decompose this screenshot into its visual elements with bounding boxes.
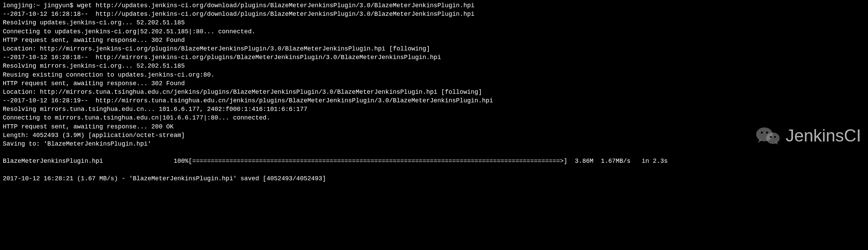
command-line: longjing:~ jingyun$ wget http://updates.… — [3, 1, 865, 10]
output-line: HTTP request sent, awaiting response... … — [3, 36, 865, 45]
blank-line — [3, 166, 865, 174]
progress-line: BlazeMeterJenkinsPlugin.hpi 100%[=======… — [3, 157, 865, 166]
terminal-output: longjing:~ jingyun$ wget http://updates.… — [3, 1, 865, 183]
summary-line: 2017-10-12 16:28:21 (1.67 MB/s) - 'Blaze… — [3, 174, 865, 183]
blank-line — [3, 148, 865, 157]
progress-bar-open: [ — [188, 158, 192, 164]
output-line: --2017-10-12 16:28:18-- http://updates.j… — [3, 10, 865, 19]
output-line: --2017-10-12 16:28:18-- http://mirrors.j… — [3, 53, 865, 62]
output-line: Reusing existing connection to updates.j… — [3, 71, 865, 79]
output-line: Length: 4052493 (3.9M) [application/octe… — [3, 131, 865, 140]
shell-prompt: longjing:~ jingyun$ — [3, 2, 77, 9]
output-line: Resolving mirrors.jenkins-ci.org... 52.2… — [3, 62, 865, 70]
output-line: Location: http://mirrors.tuna.tsinghua.e… — [3, 88, 865, 96]
output-line: HTTP request sent, awaiting response... … — [3, 79, 865, 88]
output-line: Location: http://mirrors.jenkins-ci.org/… — [3, 45, 865, 53]
output-line: Resolving updates.jenkins-ci.org... 52.2… — [3, 19, 865, 27]
output-line: Connecting to mirrors.tuna.tsinghua.edu.… — [3, 114, 865, 122]
progress-filename: BlazeMeterJenkinsPlugin.hpi — [3, 158, 103, 164]
output-line: Resolving mirrors.tuna.tsinghua.edu.cn..… — [3, 105, 865, 114]
output-line: HTTP request sent, awaiting response... … — [3, 123, 865, 131]
output-line: --2017-10-12 16:28:19-- http://mirrors.t… — [3, 96, 865, 105]
command-text: wget http://updates.jenkins-ci.org/downl… — [77, 2, 475, 9]
progress-percent: 100% — [174, 158, 188, 164]
progress-stats: 3.86M 1.67MB/s in 2.3s — [567, 158, 668, 164]
progress-spacer — [103, 158, 174, 164]
progress-bar-fill: ========================================… — [192, 158, 564, 164]
output-line: Connecting to updates.jenkins-ci.org|52.… — [3, 27, 865, 36]
progress-bar-close: ] — [564, 158, 567, 164]
output-line: Saving to: 'BlazeMeterJenkinsPlugin.hpi' — [3, 140, 865, 148]
